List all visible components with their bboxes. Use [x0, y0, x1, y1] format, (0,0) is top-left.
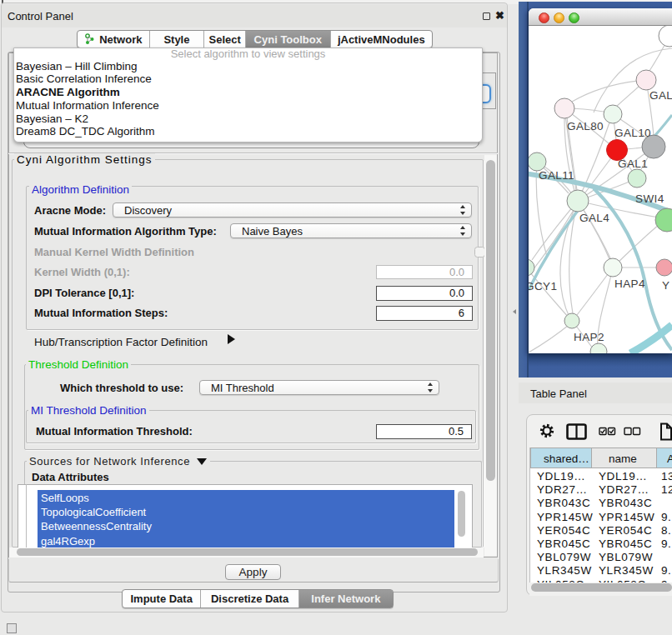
- svg-text:GAL11: GAL11: [539, 169, 574, 182]
- svg-text:GAL1: GAL1: [618, 158, 648, 170]
- svg-text:GAL4: GAL4: [579, 212, 609, 224]
- svg-text:GAL80: GAL80: [567, 120, 604, 132]
- svg-text:HAP4: HAP4: [614, 278, 645, 290]
- svg-text:GAL8: GAL8: [649, 89, 672, 102]
- svg-text:GAL10: GAL10: [614, 127, 651, 139]
- svg-text:GCY1: GCY1: [529, 280, 557, 292]
- svg-text:SWI4: SWI4: [635, 192, 664, 205]
- svg-text:Y: Y: [662, 279, 669, 292]
- svg-text:HAP2: HAP2: [574, 331, 604, 343]
